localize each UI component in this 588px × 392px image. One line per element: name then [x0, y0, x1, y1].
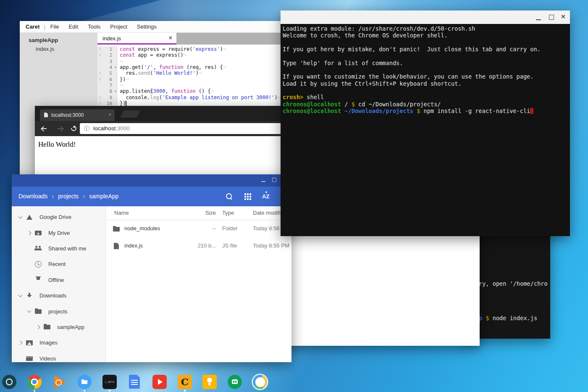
- chevron-down-icon: [27, 309, 31, 313]
- shelf-app-play-music[interactable]: [52, 375, 66, 392]
- shelf-app-chrome[interactable]: [27, 375, 42, 392]
- code-token: ¬: [120, 58, 123, 64]
- folder-icon: [34, 308, 42, 315]
- code-token: ¬: [211, 88, 214, 94]
- terminal-content[interactable]: Loading extra module: /usr/share/crosh/d…: [281, 24, 570, 236]
- code-token: '/': [144, 64, 153, 70]
- clock-icon: [34, 260, 42, 268]
- sidebar-item-offline[interactable]: Offline: [12, 272, 105, 288]
- menu-item-settings[interactable]: Settings: [137, 24, 157, 30]
- project-file[interactable]: index.js: [36, 46, 54, 52]
- terminal-titlebar: ×: [281, 11, 570, 24]
- sidebar-item-shared-with-me[interactable]: Shared with me: [12, 241, 105, 256]
- file-type: JS file: [222, 242, 237, 249]
- code-token: app = express(): [135, 52, 184, 58]
- shelf-app-explore[interactable]: [253, 375, 267, 392]
- terminal-text: [413, 108, 417, 114]
- sort-az-icon[interactable]: AZ: [262, 193, 269, 202]
- breadcrumb-projects[interactable]: projects: [58, 193, 79, 200]
- sidebar-label: My Drive: [48, 230, 70, 236]
- fold-arrow-icon[interactable]: ▾: [114, 89, 116, 95]
- url-text[interactable]: localhost:3000: [93, 125, 130, 132]
- folder-icon: [43, 323, 51, 331]
- expand-toggle[interactable]: [26, 232, 32, 234]
- chevron-down-icon: [18, 214, 22, 218]
- shelf-app-docs[interactable]: [127, 375, 142, 392]
- shelf-app-youtube[interactable]: [152, 375, 167, 392]
- maximize-icon[interactable]: [549, 15, 554, 20]
- terminal-line: ry, open '/home/chro: [479, 280, 548, 287]
- minimize-icon[interactable]: [261, 181, 265, 182]
- desktop: Caret | FileEditToolsProjectSettings sam…: [0, 0, 588, 392]
- sidebar-label: Offline: [48, 277, 64, 283]
- expand-toggle[interactable]: [17, 295, 24, 297]
- breadcrumb-downloads[interactable]: Downloads: [18, 193, 47, 200]
- fold-arrow-icon[interactable]: ▾: [114, 65, 116, 71]
- sidebar-item-recent[interactable]: Recent: [12, 256, 105, 272]
- terminal-line: [283, 66, 570, 73]
- editor-tab[interactable]: index.js ×: [97, 33, 176, 45]
- menu-item-edit[interactable]: Edit: [69, 24, 78, 30]
- code-token: 'Hello World!': [153, 70, 196, 76]
- sidebar-label: Videos: [39, 355, 56, 362]
- menu-item-tools[interactable]: Tools: [88, 24, 100, 30]
- close-icon[interactable]: ×: [561, 13, 565, 21]
- terminal-text: $: [486, 315, 489, 321]
- new-tab-button[interactable]: [120, 110, 140, 118]
- reload-icon[interactable]: [70, 124, 77, 132]
- shelf-app-crosh[interactable]: >_BETA: [102, 375, 117, 392]
- keep-icon: [202, 375, 217, 389]
- minimize-icon[interactable]: [536, 19, 541, 20]
- search-icon[interactable]: [225, 192, 234, 201]
- terminal-text: ~/Downloads/projects: [344, 108, 413, 114]
- site-info-icon[interactable]: [84, 126, 89, 131]
- menu-item-project[interactable]: Project: [110, 24, 127, 30]
- expand-toggle[interactable]: [17, 216, 24, 218]
- sidebar-item-google-drive[interactable]: Google Drive: [12, 209, 105, 225]
- sidebar-item-images[interactable]: Images: [12, 335, 105, 350]
- sidebar-item-videos[interactable]: Videos: [12, 351, 105, 366]
- sidebar-item-downloads[interactable]: Downloads: [12, 288, 105, 303]
- forward-icon[interactable]: [57, 126, 63, 132]
- column-header-type[interactable]: Type: [222, 210, 234, 216]
- expand-toggle[interactable]: [17, 341, 24, 344]
- code-token: 'express': [192, 46, 220, 52]
- column-header-size[interactable]: Size: [189, 210, 216, 216]
- files-body: Google DriveMy DriveShared with meRecent…: [12, 206, 291, 362]
- play-music-icon: [52, 375, 66, 389]
- shelf-app-keep[interactable]: [202, 375, 217, 392]
- close-tab-icon[interactable]: ×: [108, 112, 111, 118]
- sidebar-label: Recent: [48, 261, 66, 267]
- gutter-cell: i1: [97, 46, 117, 52]
- column-header-name[interactable]: Name: [114, 210, 129, 216]
- shelf-app-hangouts[interactable]: [228, 375, 242, 392]
- browser-tab[interactable]: localhost:3000 ×: [40, 109, 115, 121]
- sidebar-label: Shared with me: [48, 245, 86, 252]
- files-toolbar: Downloads›projects›sampleApp AZ: [12, 187, 291, 206]
- close-tab-icon[interactable]: ×: [169, 34, 172, 41]
- menu-item-file[interactable]: File: [50, 24, 59, 30]
- terminal-line: [283, 53, 570, 59]
- project-name[interactable]: sampleApp: [29, 37, 58, 43]
- app-letter: C: [178, 376, 192, 387]
- expand-toggle[interactable]: [34, 326, 41, 329]
- grid-view-icon[interactable]: [244, 192, 252, 201]
- terminal-line: Loading extra module: /usr/share/crosh/d…: [283, 25, 570, 32]
- terminal-text: [530, 108, 533, 114]
- terminal-line: If you got here by mistake, don't panic!…: [283, 46, 570, 53]
- code-token: ¬: [184, 52, 186, 58]
- back-icon[interactable]: [41, 126, 47, 132]
- maximize-icon[interactable]: [272, 178, 276, 182]
- shelf-app-caret[interactable]: C: [178, 375, 192, 392]
- sidebar-item-projects[interactable]: projects: [12, 303, 105, 319]
- shelf-app-files[interactable]: [77, 375, 92, 392]
- file-row[interactable]: node_modules--FolderToday 8:56 PM: [106, 220, 291, 237]
- expand-toggle[interactable]: [26, 310, 32, 312]
- sidebar-item-sampleapp[interactable]: sampleApp: [12, 319, 105, 335]
- breadcrumb-sampleapp[interactable]: sampleApp: [89, 193, 118, 200]
- terminal-text: cd ~/Downloads/projects/: [355, 101, 441, 108]
- url-host: localhost: [93, 125, 116, 132]
- sidebar-item-my-drive[interactable]: My Drive: [12, 225, 105, 240]
- file-row[interactable]: index.js210 b...JS fileToday 8:55 PM: [106, 237, 291, 255]
- shelf-app-launcher[interactable]: [2, 375, 16, 392]
